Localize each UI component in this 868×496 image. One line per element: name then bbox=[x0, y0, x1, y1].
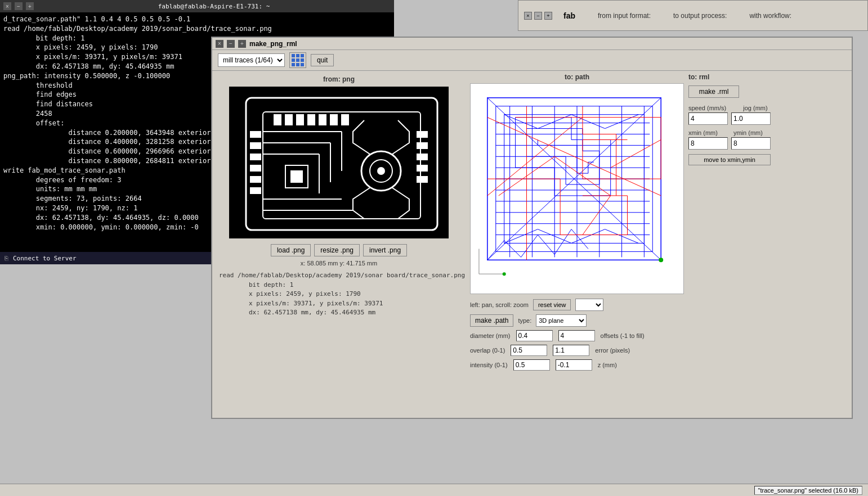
toolbar-row: mill traces (1/64) quit bbox=[212, 50, 852, 71]
speed-jog-inputs bbox=[688, 112, 771, 125]
pcb-circuit-svg bbox=[229, 87, 449, 238]
png-rml-min-btn[interactable]: − bbox=[227, 40, 235, 48]
from-input-label: from input format: bbox=[598, 12, 651, 20]
png-rml-close-btn[interactable]: × bbox=[216, 40, 223, 48]
speed-jog-labels: speed (mm/s) jog (mm) bbox=[688, 105, 771, 111]
svg-rect-24 bbox=[417, 154, 427, 160]
svg-rect-21 bbox=[250, 188, 261, 193]
fab-topbar: × − + fab from input format: to output p… bbox=[518, 0, 868, 31]
jog-input[interactable] bbox=[731, 112, 771, 125]
svg-rect-18 bbox=[250, 154, 261, 160]
with-workflow-label: with workflow: bbox=[749, 12, 791, 20]
svg-point-56 bbox=[659, 258, 663, 262]
bottom-controls: left: pan, scroll: zoom reset view make … bbox=[470, 296, 847, 373]
to-output-label: to output process: bbox=[673, 12, 727, 20]
speed-input[interactable] bbox=[688, 112, 728, 125]
quit-button[interactable]: quit bbox=[311, 54, 334, 66]
svg-rect-23 bbox=[417, 143, 427, 148]
ymin-label: ymin (mm) bbox=[733, 129, 763, 136]
intensity-input2[interactable] bbox=[556, 359, 592, 371]
z-label: z (mm) bbox=[598, 362, 617, 368]
diameter-label: diameter (mm) bbox=[470, 332, 511, 339]
view-dropdown[interactable] bbox=[575, 299, 603, 311]
fab-topbar-controls: × − + bbox=[524, 12, 552, 20]
xmin-label: xmin (mm) bbox=[688, 129, 718, 136]
grid-button[interactable] bbox=[289, 52, 306, 68]
svg-rect-22 bbox=[417, 132, 427, 137]
fab-min-btn[interactable]: − bbox=[534, 12, 542, 20]
intensity-input1[interactable] bbox=[513, 359, 550, 371]
terminal-close-btn[interactable]: × bbox=[3, 2, 11, 10]
png-rml-max-btn[interactable]: + bbox=[238, 40, 246, 48]
offsets-label: offsets (-1 to fill) bbox=[601, 332, 645, 339]
svg-rect-14 bbox=[330, 115, 337, 125]
make-path-row: make .path type: 3D plane bbox=[470, 314, 847, 327]
svg-rect-19 bbox=[250, 165, 261, 171]
png-buttons-row: load .png resize .png invert .png bbox=[217, 244, 461, 256]
from-png-label: from: png bbox=[217, 75, 461, 83]
fab-close-btn[interactable]: × bbox=[524, 12, 532, 20]
png-rml-titlebar: × − + make_png_rml bbox=[212, 38, 852, 50]
to-rml-label: to: rml bbox=[688, 73, 771, 81]
reset-view-btn[interactable]: reset view bbox=[533, 299, 571, 310]
mill-traces-dropdown[interactable]: mill traces (1/64) bbox=[218, 53, 285, 67]
png-rml-window: × − + make_png_rml mill traces (1/64) qu… bbox=[211, 37, 853, 419]
intensity-label: intensity (0-1) bbox=[470, 362, 508, 368]
move-btn[interactable]: move to xmin,ymin bbox=[688, 154, 771, 165]
load-png-btn[interactable]: load .png bbox=[271, 244, 311, 256]
png-rml-title: make_png_rml bbox=[249, 40, 848, 48]
svg-rect-10 bbox=[285, 115, 292, 125]
pcb-image-container bbox=[229, 87, 449, 238]
grid-icon bbox=[292, 54, 304, 66]
xmin-input[interactable] bbox=[688, 137, 728, 150]
connect-icon: ⎘ bbox=[5, 255, 8, 262]
connect-to-server-label: Connect to Server bbox=[13, 255, 77, 262]
svg-rect-9 bbox=[274, 115, 281, 125]
intensity-row: intensity (0-1) z (mm) bbox=[470, 359, 847, 371]
svg-rect-25 bbox=[417, 165, 427, 171]
path-visualization-svg bbox=[471, 84, 683, 294]
terminal-title: fablab@fablab-Aspire-E1-731: ~ bbox=[37, 3, 391, 10]
svg-rect-11 bbox=[297, 115, 303, 125]
overlap-label: overlap (0-1) bbox=[470, 347, 505, 354]
type-dropdown[interactable]: 3D plane bbox=[536, 314, 587, 327]
svg-rect-0 bbox=[229, 87, 449, 238]
type-label: type: bbox=[518, 317, 531, 324]
svg-rect-12 bbox=[308, 115, 315, 125]
make-path-btn[interactable]: make .path bbox=[470, 314, 513, 327]
coordinates-text: x: 58.085 mm y: 41.715 mm bbox=[217, 260, 461, 267]
status-bar: "trace_sonar.png" selected (16.0 kB) bbox=[0, 484, 868, 496]
xmin-ymin-labels: xmin (mm) ymin (mm) bbox=[688, 129, 771, 136]
resize-png-btn[interactable]: resize .png bbox=[314, 244, 360, 256]
fab-labels: from input format: to output process: wi… bbox=[598, 12, 791, 20]
svg-point-29 bbox=[378, 168, 384, 174]
diameter-input1[interactable] bbox=[516, 330, 553, 341]
status-text: "trace_sonar.png" selected (16.0 kB) bbox=[754, 486, 862, 495]
right-top: to: path bbox=[470, 73, 847, 294]
ymin-input[interactable] bbox=[731, 137, 771, 150]
left-panel: from: png bbox=[212, 71, 466, 421]
svg-rect-13 bbox=[319, 115, 326, 125]
pan-scroll-label: left: pan, scroll: zoom bbox=[470, 301, 529, 308]
fab-max-btn[interactable]: + bbox=[544, 12, 552, 20]
svg-rect-26 bbox=[417, 177, 427, 182]
path-view-container bbox=[470, 83, 684, 294]
invert-png-btn[interactable]: invert .png bbox=[363, 244, 407, 256]
diameter-input2[interactable] bbox=[558, 330, 595, 341]
terminal-max-btn[interactable]: + bbox=[26, 2, 34, 10]
overlap-row: overlap (0-1) error (pixels) bbox=[470, 345, 847, 356]
svg-rect-15 bbox=[342, 115, 348, 125]
terminal-min-btn[interactable]: − bbox=[15, 2, 23, 10]
terminal-titlebar: × − + fablab@fablab-Aspire-E1-731: ~ bbox=[0, 0, 394, 12]
fab-title: fab bbox=[563, 11, 575, 20]
overlap-input1[interactable] bbox=[511, 345, 547, 356]
overlap-input2[interactable] bbox=[553, 345, 589, 356]
svg-rect-16 bbox=[250, 132, 261, 137]
svg-rect-20 bbox=[250, 177, 261, 182]
make-rml-btn[interactable]: make .rml bbox=[688, 85, 739, 98]
svg-point-61 bbox=[503, 272, 506, 276]
view-row: left: pan, scroll: zoom reset view bbox=[470, 299, 847, 311]
error-label: error (pixels) bbox=[595, 347, 630, 354]
svg-rect-17 bbox=[250, 143, 261, 148]
speed-label: speed (mm/s) bbox=[688, 105, 726, 111]
